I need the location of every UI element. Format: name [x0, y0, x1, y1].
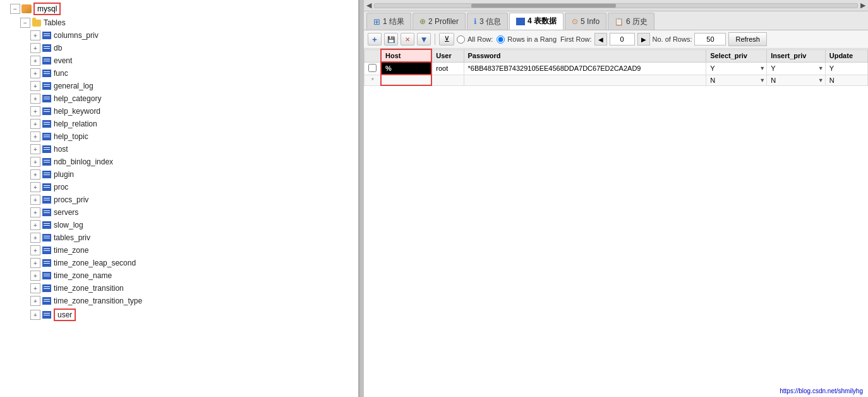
toolbar-btn-4[interactable]: ▼	[417, 33, 431, 46]
row1-host[interactable]: %	[381, 62, 431, 75]
row1-insert-priv[interactable]: Y ▼	[767, 62, 826, 75]
tree-table-user[interactable]: + user	[0, 307, 358, 322]
tree-table-time-zone-transition[interactable]: + time_zone_transition	[0, 282, 358, 295]
expander-func[interactable]: +	[30, 68, 40, 78]
col-header-select-priv[interactable]: Select_priv	[706, 49, 767, 62]
expander-tables[interactable]: −	[20, 18, 30, 28]
tree-table-tables-priv[interactable]: + tables_priv	[0, 231, 358, 244]
expander-help-topic[interactable]: +	[30, 131, 40, 142]
all-row-radio-group[interactable]: All Row:	[457, 35, 493, 44]
tree-table-slow-log[interactable]: + slow_log	[0, 219, 358, 231]
tree-table-servers[interactable]: + servers	[0, 206, 358, 219]
col-header-insert-priv[interactable]: Insert_priv	[767, 49, 826, 62]
tree-table-proc[interactable]: + proc	[0, 181, 358, 193]
row2-user[interactable]	[431, 75, 464, 85]
row2-select-priv[interactable]: N ▼	[706, 75, 767, 85]
expander-time-zone-name[interactable]: +	[30, 271, 40, 281]
row2-host[interactable]	[381, 75, 431, 85]
expander-help-relation[interactable]: +	[30, 119, 40, 129]
expander-time-zone-transition-type[interactable]: +	[30, 296, 40, 306]
database-tree[interactable]: − mysql − Tables + columns_priv + db + e…	[0, 0, 360, 397]
rows-range-radio[interactable]	[497, 35, 505, 44]
tree-table-help-relation[interactable]: + help_relation	[0, 118, 358, 130]
expander-proc[interactable]: +	[30, 182, 40, 192]
tree-root-mysql[interactable]: − mysql	[0, 1, 358, 16]
filter-btn[interactable]: ⊻	[439, 33, 454, 46]
row2-insert-priv[interactable]: N ▼	[767, 75, 826, 85]
expander-slow-log[interactable]: +	[30, 220, 40, 230]
expander-time-zone[interactable]: +	[30, 245, 40, 255]
horizontal-scroll-area[interactable]: ◀ ▶	[364, 0, 868, 11]
row1-select-dropdown[interactable]: ▼	[759, 65, 765, 71]
tree-table-columns-priv[interactable]: + columns_priv	[0, 29, 358, 42]
expander-procs-priv[interactable]: +	[30, 195, 40, 205]
expander-help-keyword[interactable]: +	[30, 106, 40, 116]
tree-table-procs-priv[interactable]: + procs_priv	[0, 193, 358, 206]
col-header-user[interactable]: User	[431, 49, 464, 62]
tab-results[interactable]: ⊞ 1 结果	[366, 13, 411, 30]
tab-history[interactable]: 📋 6 历史	[608, 13, 654, 30]
tree-table-general-log[interactable]: + general_log	[0, 80, 358, 92]
prev-page-btn[interactable]: ◀	[594, 33, 607, 46]
expander-time-zone-transition[interactable]: +	[30, 283, 40, 293]
next-page-btn[interactable]: ▶	[637, 33, 650, 46]
tree-table-time-zone-name[interactable]: + time_zone_name	[0, 269, 358, 282]
expander-user[interactable]: +	[30, 310, 40, 320]
row2-insert-dropdown[interactable]: ▼	[818, 77, 824, 83]
row1-checkbox[interactable]	[365, 62, 382, 75]
scroll-arrow-right[interactable]: ▶	[860, 1, 865, 9]
row2-password[interactable]	[464, 75, 706, 85]
table-row[interactable]: * N ▼ N ▼ N	[365, 75, 868, 85]
data-grid-container[interactable]: Host User Password Select_priv Insert_pr…	[364, 49, 868, 397]
expander-help-category[interactable]: +	[30, 94, 40, 104]
col-header-password[interactable]: Password	[464, 49, 706, 62]
expander-general-log[interactable]: +	[30, 81, 40, 91]
expander-time-zone-leap-second[interactable]: +	[30, 258, 40, 268]
tree-table-help-topic[interactable]: + help_topic	[0, 130, 358, 143]
tree-table-time-zone[interactable]: + time_zone	[0, 244, 358, 257]
hscroll-track[interactable]	[374, 3, 858, 8]
tree-table-time-zone-transition-type[interactable]: + time_zone_transition_type	[0, 295, 358, 307]
tree-table-help-keyword[interactable]: + help_keyword	[0, 105, 358, 118]
tab-info3[interactable]: ℹ 3 信息	[467, 13, 508, 30]
row1-insert-dropdown[interactable]: ▼	[818, 65, 824, 71]
tab-info5[interactable]: ⊙ 5 Info	[565, 13, 606, 30]
row2-select-dropdown[interactable]: ▼	[759, 77, 765, 83]
tree-table-host[interactable]: + host	[0, 143, 358, 156]
first-row-input[interactable]	[610, 33, 635, 46]
tree-table-plugin[interactable]: + plugin	[0, 168, 358, 181]
expander-host[interactable]: +	[30, 144, 40, 154]
expander-servers[interactable]: +	[30, 207, 40, 217]
expander-db[interactable]: +	[30, 43, 40, 53]
col-header-update[interactable]: Update	[825, 49, 867, 62]
expander-plugin[interactable]: +	[30, 169, 40, 180]
tree-table-func[interactable]: + func	[0, 67, 358, 80]
expander-columns-priv[interactable]: +	[30, 30, 40, 40]
tab-profiler[interactable]: ⊕ 2 Profiler	[413, 13, 466, 30]
toolbar-btn-3[interactable]: ✕	[401, 33, 414, 46]
tree-tables-folder[interactable]: − Tables	[0, 16, 358, 29]
row1-password[interactable]: *6BB4837EB74329105EE4568DDA7DC67ED2CA2AD…	[464, 62, 706, 75]
refresh-button[interactable]: Refresh	[728, 32, 767, 46]
toolbar-btn-1[interactable]: +	[368, 33, 382, 46]
toolbar-btn-2[interactable]: 💾	[384, 33, 398, 46]
tree-table-db[interactable]: + db	[0, 42, 358, 54]
row1-select-priv[interactable]: Y ▼	[706, 62, 767, 75]
tree-table-ndb-binlog-index[interactable]: + ndb_binlog_index	[0, 156, 358, 168]
row1-checkbox-input[interactable]	[368, 64, 377, 72]
tree-table-time-zone-leap-second[interactable]: + time_zone_leap_second	[0, 257, 358, 269]
expander-event[interactable]: +	[30, 56, 40, 66]
rows-range-radio-group[interactable]: Rows in a Rang	[497, 35, 557, 44]
rows-count-input[interactable]	[694, 33, 726, 46]
all-row-radio[interactable]	[457, 35, 465, 44]
row2-update[interactable]: N	[825, 75, 867, 85]
row1-update[interactable]: Y	[825, 62, 867, 75]
table-row[interactable]: % root *6BB4837EB74329105EE4568DDA7DC67E…	[365, 62, 868, 75]
expander-tables-priv[interactable]: +	[30, 233, 40, 243]
tree-table-help-category[interactable]: + help_category	[0, 92, 358, 105]
row1-user[interactable]: root	[431, 62, 464, 75]
tab-tabledata[interactable]: 4 表数据	[509, 13, 564, 30]
expander-ndb-binlog-index[interactable]: +	[30, 157, 40, 167]
scroll-arrow-left[interactable]: ◀	[366, 1, 371, 9]
tree-table-event[interactable]: + event	[0, 54, 358, 67]
